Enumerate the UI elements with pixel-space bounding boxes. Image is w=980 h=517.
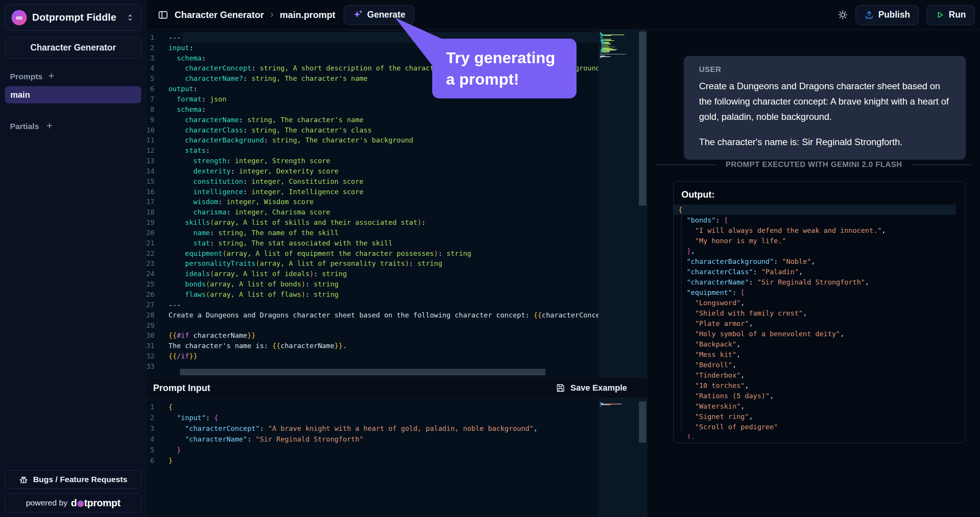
user-role-label: USER <box>699 65 951 74</box>
app-switcher[interactable]: ∞ Dotprompt Fiddle <box>5 4 141 31</box>
line-number: 6 <box>146 85 168 93</box>
dotprompt-brand: dtprompt <box>71 497 120 509</box>
bugs-button-label: Bugs / Feature Requests <box>33 475 127 484</box>
minimap-mark <box>621 54 625 55</box>
code-line: "equipment": [ <box>674 287 956 298</box>
code-line: 15 constitution: integer, Constitution s… <box>146 176 598 187</box>
breadcrumb-workspace[interactable]: Character Generator <box>175 10 264 20</box>
code-line: "Bedroll", <box>674 360 956 370</box>
minimap-mark <box>604 43 611 44</box>
chevron-updown-icon[interactable] <box>126 13 135 22</box>
line-number: 29 <box>146 321 168 329</box>
sidebar-item-main-prompt[interactable]: main <box>5 86 141 103</box>
powered-by-dotprompt[interactable]: powered by dtprompt <box>5 493 142 512</box>
line-number: 18 <box>146 208 168 216</box>
minimap-mark <box>606 56 609 57</box>
run-button[interactable]: Run <box>926 5 975 25</box>
line-number: 4 <box>146 435 168 443</box>
code-line: 24 ideals(array, A list of ideals): stri… <box>146 268 598 279</box>
line-number: 15 <box>146 177 168 185</box>
save-example-button[interactable]: Save Example <box>555 383 627 393</box>
minimap-mark <box>601 57 602 58</box>
minimap-mark <box>602 52 608 53</box>
line-number: 17 <box>146 198 168 206</box>
upload-icon <box>864 10 874 20</box>
code-line: { <box>674 205 956 215</box>
workspace-name: Character Generator <box>30 43 116 53</box>
minimap-mark <box>608 52 610 53</box>
code-line: 6} <box>146 455 598 466</box>
horizontal-scrollbar-thumb[interactable] <box>180 369 546 375</box>
panel-left-icon[interactable] <box>158 10 168 20</box>
line-number: 1 <box>146 403 168 411</box>
code-line: 31The character's name is: {{characterNa… <box>146 340 598 351</box>
line-number: 32 <box>146 352 168 360</box>
code-line: 18 charisma: integer, Charisma score <box>146 207 598 217</box>
workspace-selector[interactable]: Character Generator <box>5 37 141 58</box>
minimap-mark <box>616 49 617 50</box>
code-line: 9 characterName: string, The character's… <box>146 115 598 125</box>
code-line: 1{ <box>146 401 598 412</box>
code-line: "Signet ring", <box>674 411 956 422</box>
line-number: 24 <box>146 270 168 278</box>
output-json-viewer[interactable]: { "bonds": [ "I will always defend the w… <box>674 205 965 439</box>
code-line: 4 "characterName": "Sir Reginald Strongf… <box>146 434 598 444</box>
minimap-mark <box>604 35 611 36</box>
code-line: "Rations (5 days)", <box>674 391 956 401</box>
divider-line <box>911 164 971 165</box>
add-prompt-button[interactable]: + <box>48 70 54 81</box>
breadcrumb-file: main.prompt <box>280 10 335 20</box>
code-line: 19 skills(array, A list of skills and th… <box>146 217 598 227</box>
code-line: "Shield with family crest", <box>674 308 956 318</box>
vertical-scrollbar-thumb[interactable] <box>639 31 646 206</box>
code-line: "I will always defend the weak and innoc… <box>674 225 956 236</box>
dotprompt-fiddle-app: ∞ Dotprompt Fiddle Character Generator P… <box>0 0 980 517</box>
code-line: 20 name: string, The name of the skill <box>146 227 598 238</box>
play-icon <box>935 10 944 20</box>
app-title: Dotprompt Fiddle <box>32 11 116 23</box>
code-line: 16 intelligence: integer, Intelligence s… <box>146 187 598 197</box>
minimap-mark <box>614 50 616 51</box>
code-line: "characterName": "Sir Reginald Strongfor… <box>674 277 956 287</box>
line-number: 10 <box>146 126 168 134</box>
add-partial-button[interactable]: + <box>46 120 52 131</box>
code-line: "Mess kit", <box>674 349 956 360</box>
prompt-input-code-area[interactable]: 1{2 "input": {3 "characterConcept": "A b… <box>146 398 598 517</box>
line-number: 3 <box>146 424 168 432</box>
code-line: "10 torches", <box>674 380 956 391</box>
prompt-input-title: Prompt Input <box>153 383 210 393</box>
execution-panel: USER Create a Dungeons and Dragons chara… <box>647 30 980 517</box>
prompt-item-label: main <box>10 90 30 100</box>
code-line: "characterBackground": "Noble", <box>674 256 956 267</box>
minimap-mark <box>600 54 621 55</box>
code-line: ], <box>674 246 956 256</box>
prompt-input-scrollbar-thumb[interactable] <box>639 401 646 443</box>
minimap-mark <box>601 35 604 36</box>
code-line: 10 characterClass: string, The character… <box>146 125 598 135</box>
line-number: 6 <box>146 456 168 465</box>
publish-label: Publish <box>878 10 910 20</box>
line-number: 2 <box>146 414 168 422</box>
code-line: "Backpack", <box>674 339 956 349</box>
code-line: "Longsword", <box>674 298 956 308</box>
line-number: 1 <box>146 33 168 41</box>
bugs-feature-requests-button[interactable]: Bugs / Feature Requests <box>5 470 142 489</box>
prompt-input-editor[interactable]: 1{2 "input": {3 "characterConcept": "A b… <box>146 398 647 517</box>
code-line: "Waterskin", <box>674 401 956 411</box>
generate-tooltip: Try generating a prompt! <box>432 39 577 98</box>
code-line: "Plate armor", <box>674 318 956 329</box>
minimap-mark <box>610 56 611 57</box>
tooltip-text-line2: a prompt! <box>446 69 577 90</box>
theme-toggle-sun-icon[interactable] <box>838 10 848 20</box>
app-logo-icon: ∞ <box>11 10 27 25</box>
model-divider: PROMPT EXECUTED WITH GEMINI 2.0 FLASH <box>657 160 971 169</box>
user-message-paragraph: Create a Dungeons and Dragons character … <box>699 79 951 124</box>
infinity-glyph: ∞ <box>16 12 22 23</box>
code-line: "characterClass": "Paladin", <box>674 267 956 277</box>
line-number: 2 <box>146 44 168 52</box>
line-number: 20 <box>146 229 168 237</box>
minimap-mark <box>614 47 615 47</box>
line-number: 31 <box>146 342 168 350</box>
output-label: Output: <box>681 189 715 200</box>
publish-button[interactable]: Publish <box>856 5 919 25</box>
